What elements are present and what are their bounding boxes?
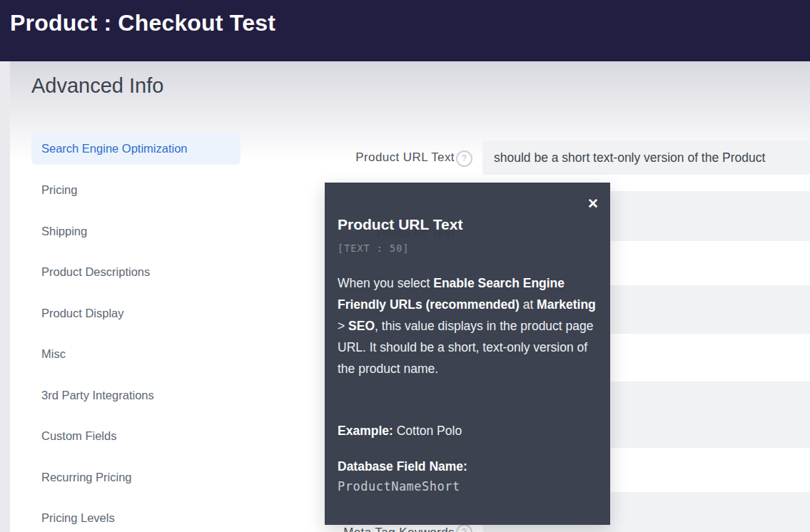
tooltip-description: When you select Enable Search Engine Fri… bbox=[338, 272, 597, 379]
help-icon[interactable]: ? bbox=[456, 150, 472, 167]
sidebar-item-search-engine-optimization[interactable]: Search Engine Optimization bbox=[31, 133, 241, 165]
sidebar-item-product-display[interactable]: Product Display bbox=[31, 307, 241, 320]
product-url-text-input[interactable] bbox=[482, 140, 810, 175]
tooltip-db-field-label: Database Field Name: bbox=[338, 459, 597, 474]
close-icon[interactable]: ✕ bbox=[587, 197, 599, 210]
sidebar-item-misc[interactable]: Misc bbox=[31, 347, 241, 361]
tooltip-db-field-value: ProductNameShort bbox=[338, 479, 597, 493]
app-header: Product : Checkout Test bbox=[0, 0, 810, 61]
field-label-meta-tag-keywords: Meta Tag Keywords bbox=[214, 526, 455, 532]
sidebar-item-recurring-pricing[interactable]: Recurring Pricing bbox=[31, 471, 241, 484]
page-header-title: Product : Checkout Test bbox=[10, 10, 275, 36]
tooltip-example: Example: Cotton Polo bbox=[338, 424, 597, 439]
sidebar-item-pricing[interactable]: Pricing bbox=[31, 183, 241, 197]
page-title: Advanced Info bbox=[31, 74, 163, 98]
field-help-tooltip: ✕ Product URL Text [TEXT : 50] When you … bbox=[325, 183, 610, 525]
sidebar-item-custom-fields[interactable]: Custom Fields bbox=[31, 429, 241, 443]
field-label-product-url-text: Product URL Text bbox=[214, 150, 455, 165]
sidebar-item-pricing-levels[interactable]: Pricing Levels bbox=[31, 511, 241, 525]
sidebar-item-shipping[interactable]: Shipping bbox=[31, 225, 241, 238]
tooltip-title: Product URL Text bbox=[338, 216, 462, 233]
tooltip-field-type-tag: [TEXT : 50] bbox=[338, 242, 409, 254]
sidebar-item-product-descriptions[interactable]: Product Descriptions bbox=[31, 265, 241, 279]
sidebar-item-3rd-party-integrations[interactable]: 3rd Party Integrations bbox=[31, 389, 241, 402]
